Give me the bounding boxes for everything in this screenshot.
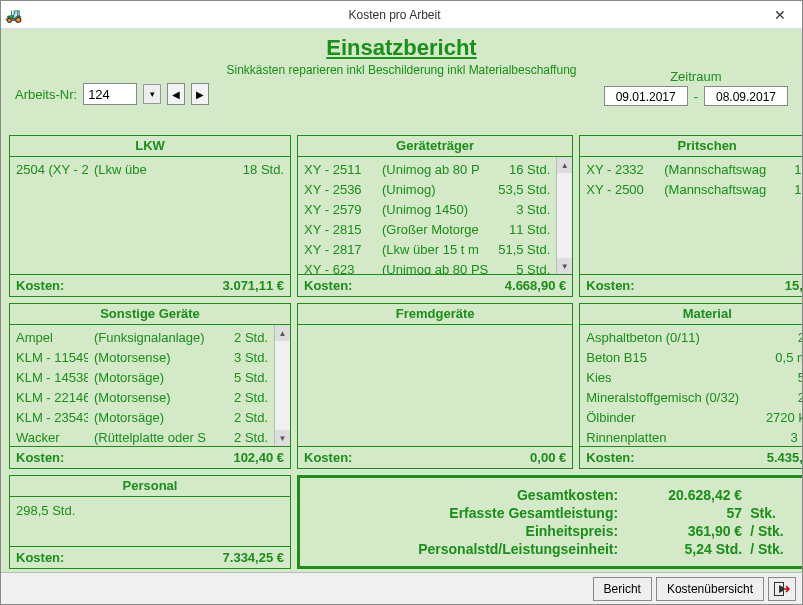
summary-value: 361,90 € <box>632 523 742 539</box>
cell-name: (Mannschaftswag <box>658 160 766 180</box>
personal-hours: 298,5 Std. <box>10 497 81 546</box>
list-item[interactable]: XY - 2536(Unimog)53,5 Std. <box>304 180 552 200</box>
cell-name: Kies <box>586 368 750 388</box>
cell-name: (Großer Motorge <box>376 220 488 240</box>
prev-button[interactable]: ◀ <box>167 83 185 105</box>
cell-value: 16 Std. <box>488 160 552 180</box>
list-item[interactable]: Asphaltbeton (0/11)2 t <box>586 328 802 348</box>
kostenuebersicht-button[interactable]: Kostenübersicht <box>656 577 764 601</box>
cell-name: (Motorsäge) <box>88 408 206 428</box>
cell-name: (Motorsense) <box>88 388 206 408</box>
list-item[interactable]: KLM - 115493(Motorsense)3 Std. <box>16 348 270 368</box>
list-item[interactable]: XY - 2500(Mannschaftswag1 Std. <box>586 180 802 200</box>
arbeits-nr-select[interactable]: 124 <box>83 83 137 105</box>
summary-label: Erfasste Gesamtleistung: <box>312 505 632 521</box>
list-item[interactable]: 2504 (XY - 2504)(Lkw übe18 Std. <box>16 160 286 180</box>
cell-id: XY - 2500 <box>586 180 658 200</box>
panel-geraetetraeger: Geräteträger XY - 2511(Unimog ab 80 P16 … <box>297 135 573 297</box>
list-item[interactable]: KLM - 145380(Motorsäge)5 Std. <box>16 368 270 388</box>
exit-button[interactable] <box>768 577 796 601</box>
footer-bar: Bericht Kostenübersicht <box>1 572 802 604</box>
scrollbar[interactable]: ▲ ▼ <box>274 325 290 446</box>
scroll-down-icon[interactable]: ▼ <box>275 430 290 446</box>
scroll-track[interactable] <box>557 173 572 258</box>
cell-name: (Mannschaftswag <box>658 180 766 200</box>
panel-body: XY - 2332(Mannschaftswag1 Std.XY - 2500(… <box>580 157 802 274</box>
chevron-down-icon[interactable]: ▾ <box>143 84 161 104</box>
panel-title: Personal <box>10 476 290 497</box>
panel-title: Geräteträger <box>298 136 572 157</box>
list[interactable]: XY - 2511(Unimog ab 80 P16 Std.XY - 2536… <box>298 157 556 274</box>
date-separator: - <box>694 89 698 104</box>
zeitraum-label: Zeitraum <box>604 69 788 84</box>
cell-name: (Funksignalanlage) <box>88 328 206 348</box>
list-item[interactable]: Wacker(Rüttelplatte oder S2 Std. <box>16 428 270 446</box>
cell-name: Asphaltbeton (0/11) <box>586 328 750 348</box>
list-item[interactable]: Beton B150,5 m³ <box>586 348 802 368</box>
list-item[interactable]: XY - 623(Unimog ab 80 PS5 Std. <box>304 260 552 274</box>
list-item[interactable]: Ampel(Funksignalanlage)2 Std. <box>16 328 270 348</box>
report-title: Einsatzbericht <box>9 35 794 61</box>
scrollbar[interactable]: ▲ ▼ <box>556 157 572 274</box>
cell-value: 3 m <box>750 428 802 446</box>
scroll-track[interactable] <box>275 341 290 430</box>
summary-panel: Gesamtkosten:20.628,42 €Erfasste Gesamtl… <box>297 475 802 569</box>
kosten-value: 0,00 € <box>530 450 566 465</box>
bericht-button[interactable]: Bericht <box>593 577 652 601</box>
list-item[interactable]: XY - 2579(Unimog 1450)3 Std. <box>304 200 552 220</box>
list[interactable]: 2504 (XY - 2504)(Lkw übe18 Std. <box>10 157 290 274</box>
cell-value: 2 t <box>750 388 802 408</box>
panel-personal: Personal 298,5 Std. Kosten: 7.334,25 € <box>9 475 291 569</box>
cell-id: Ampel <box>16 328 88 348</box>
cell-name: (Unimog ab 80 P <box>376 160 488 180</box>
scroll-up-icon[interactable]: ▲ <box>557 157 572 173</box>
kosten-label: Kosten: <box>304 450 352 465</box>
cell-name: (Motorsäge) <box>88 368 206 388</box>
cell-name: (Lkw über 15 t m <box>376 240 488 260</box>
list[interactable] <box>298 325 572 446</box>
cell-id: Wacker <box>16 428 88 446</box>
cell-value: 3 Std. <box>488 200 552 220</box>
panel-body: 298,5 Std. <box>10 497 290 546</box>
list[interactable]: Ampel(Funksignalanlage)2 Std.KLM - 11549… <box>10 325 274 446</box>
cell-id: KLM - 145380 <box>16 368 88 388</box>
cell-id: XY - 2511 <box>304 160 376 180</box>
cell-value: 51,5 Std. <box>488 240 552 260</box>
panel-fremd: Fremdgeräte Kosten: 0,00 € <box>297 303 573 469</box>
kosten-label: Kosten: <box>586 278 634 293</box>
cell-name: (Motorsense) <box>88 348 206 368</box>
panel-body <box>298 325 572 446</box>
list[interactable]: Asphaltbeton (0/11)2 tBeton B150,5 m³Kie… <box>580 325 802 446</box>
close-icon[interactable]: ✕ <box>760 3 800 27</box>
date-to-input[interactable]: 08.09.2017 <box>704 86 788 106</box>
kosten-value: 15,80 € <box>785 278 802 293</box>
list-item[interactable]: XY - 2817(Lkw über 15 t m51,5 Std. <box>304 240 552 260</box>
cell-name: Ölbinder <box>586 408 750 428</box>
scroll-down-icon[interactable]: ▼ <box>557 258 572 274</box>
list-item[interactable]: XY - 2332(Mannschaftswag1 Std. <box>586 160 802 180</box>
list-item[interactable]: Mineralstoffgemisch (0/32)2 t <box>586 388 802 408</box>
panel-body: 2504 (XY - 2504)(Lkw übe18 Std. <box>10 157 290 274</box>
list-item[interactable]: Kies5 t <box>586 368 802 388</box>
cell-name: Beton B15 <box>586 348 750 368</box>
list-item[interactable]: XY - 2815(Großer Motorge11 Std. <box>304 220 552 240</box>
date-from-input[interactable]: 09.01.2017 <box>604 86 688 106</box>
summary-value: 5,24 Std. <box>632 541 742 557</box>
next-button[interactable]: ▶ <box>191 83 209 105</box>
list-item[interactable]: Rinnenplatten3 m <box>586 428 802 446</box>
scroll-up-icon[interactable]: ▲ <box>275 325 290 341</box>
zeitraum-group: Zeitraum 09.01.2017 - 08.09.2017 <box>604 69 788 106</box>
list-item[interactable]: Ölbinder2720 kg <box>586 408 802 428</box>
cell-value: 1 Std. <box>766 160 802 180</box>
cell-value: 3 Std. <box>206 348 270 368</box>
panel-title: Sonstige Geräte <box>10 304 290 325</box>
cell-id: XY - 2536 <box>304 180 376 200</box>
panel-body: Asphaltbeton (0/11)2 tBeton B150,5 m³Kie… <box>580 325 802 446</box>
list[interactable]: XY - 2332(Mannschaftswag1 Std.XY - 2500(… <box>580 157 802 274</box>
list-item[interactable]: KLM - 221466(Motorsense)2 Std. <box>16 388 270 408</box>
cell-value: 5 Std. <box>206 368 270 388</box>
summary-row: Gesamtkosten:20.628,42 € <box>312 487 802 503</box>
list-item[interactable]: KLM - 235430(Motorsäge)2 Std. <box>16 408 270 428</box>
list-item[interactable]: XY - 2511(Unimog ab 80 P16 Std. <box>304 160 552 180</box>
panel-body: XY - 2511(Unimog ab 80 P16 Std.XY - 2536… <box>298 157 572 274</box>
